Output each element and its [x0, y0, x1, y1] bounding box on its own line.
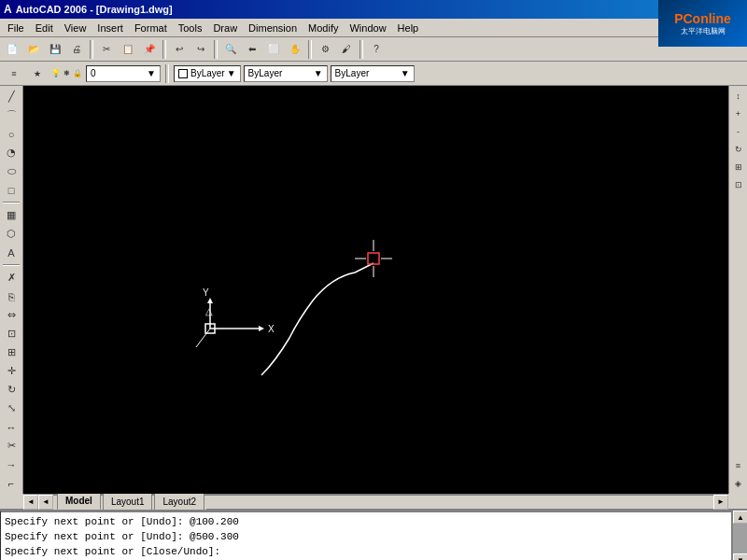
svg-text:X: X [268, 324, 275, 334]
layer-name: 0 [91, 68, 96, 78]
draw-circle-button[interactable]: ○ [1, 125, 21, 143]
lineweight-dropdown-icon[interactable]: ▼ [401, 68, 410, 78]
rotate-button[interactable]: ↻ [1, 381, 21, 399]
menu-help[interactable]: Help [392, 21, 425, 35]
toolbar-sep-5 [359, 40, 363, 59]
menu-bar: File Edit View Insert Format Tools Draw … [0, 19, 747, 37]
draw-line-button[interactable]: ╱ [1, 88, 21, 105]
drawing-svg[interactable]: Y X △ [23, 86, 728, 494]
menu-modify[interactable]: Modify [303, 21, 344, 35]
draw-polyline-button[interactable]: ⌒ [1, 106, 21, 124]
cmd-input-field[interactable] [220, 546, 727, 557]
scroll-left2-button[interactable]: ◄ [38, 495, 53, 510]
undo-button[interactable]: ↩ [169, 39, 190, 60]
erase-button[interactable]: ✗ [1, 269, 21, 287]
help-button[interactable]: ? [366, 39, 387, 60]
rt-grid-button[interactable]: ⊞ [730, 159, 747, 175]
rt-design-button[interactable]: ◈ [730, 475, 747, 492]
linetype-control[interactable]: ByLayer ▼ [244, 65, 328, 82]
command-area[interactable]: Specify next point or [Undo]: @100.200 S… [0, 511, 732, 560]
rt-zoom-in-button[interactable]: + [730, 105, 747, 122]
toolbar-sep-1 [90, 40, 93, 59]
command-row: Specify next point or [Undo]: @100.200 S… [0, 509, 747, 560]
menu-draw[interactable]: Draw [207, 21, 243, 35]
cmd-scroll-down-button[interactable]: ▼ [733, 553, 747, 560]
fillet-button[interactable]: ⌐ [1, 474, 21, 492]
toolbar-sep-4 [308, 40, 312, 59]
layer-lock-icon[interactable]: 🔒 [72, 68, 83, 78]
stretch-button[interactable]: ↔ [1, 418, 21, 436]
menu-file[interactable]: File [2, 21, 30, 35]
scroll-left-button[interactable]: ◄ [23, 495, 38, 510]
lt-sep-2 [3, 264, 20, 266]
draw-arc-button[interactable]: ◔ [1, 144, 21, 161]
array-button[interactable]: ⊞ [1, 343, 21, 361]
cmd-history-1: Specify next point or [Undo]: @100.200 [5, 514, 727, 529]
open-button[interactable]: 📂 [23, 39, 44, 60]
zoom-realtime[interactable]: 🔍 [220, 39, 241, 60]
rt-zoom-out-button[interactable]: - [730, 123, 747, 140]
tab-row: Model Layout1 Layout2 [53, 495, 713, 510]
layer-freeze-icon[interactable]: ❄ [63, 68, 71, 78]
color-control[interactable]: ByLayer ▼ [174, 65, 241, 82]
copy-button[interactable]: 📋 [118, 39, 138, 60]
zoom-window[interactable]: ⬜ [263, 39, 284, 60]
tab-layout1[interactable]: Layout1 [103, 493, 153, 510]
menu-format[interactable]: Format [129, 21, 173, 35]
menu-view[interactable]: View [59, 21, 92, 35]
layer-manager-button[interactable]: ≡ [4, 63, 24, 84]
layer-name-control[interactable]: 0 ▼ [86, 65, 161, 82]
layer-on-icon[interactable]: 💡 [50, 68, 62, 78]
tab-layout2[interactable]: Layout2 [154, 493, 204, 510]
scroll-right-button[interactable]: ► [713, 495, 728, 510]
print-button[interactable]: 🖨 [66, 39, 87, 60]
menu-insert[interactable]: Insert [92, 21, 129, 35]
lineweight-control[interactable]: ByLayer ▼ [331, 65, 415, 82]
layer-dropdown-icon[interactable]: ▼ [147, 68, 156, 78]
new-button[interactable]: 📄 [2, 39, 22, 60]
color-dropdown-icon[interactable]: ▼ [227, 68, 236, 78]
trim-button[interactable]: ✂ [1, 437, 21, 455]
scale-button[interactable]: ⤡ [1, 399, 21, 417]
menu-dimension[interactable]: Dimension [243, 21, 303, 35]
draw-rect-button[interactable]: □ [1, 181, 21, 199]
region-button[interactable]: ⬡ [1, 225, 21, 243]
logo-text: PConline [674, 11, 731, 26]
properties-button[interactable]: ⚙ [315, 39, 335, 60]
text-button[interactable]: A [1, 244, 21, 261]
standard-toolbar: 📄 📂 💾 🖨 ✂ 📋 📌 ↩ ↪ 🔍 ⬅ ⬜ ✋ ⚙ 🖌 ? [0, 37, 747, 62]
draw-ellipse-button[interactable]: ⬭ [1, 162, 21, 180]
extend-button[interactable]: → [1, 455, 21, 473]
tab-model[interactable]: Model [57, 493, 101, 510]
move-button[interactable]: ✛ [1, 362, 21, 380]
lineweight-label: ByLayer [335, 68, 370, 78]
canvas-area[interactable]: Y X △ [23, 86, 728, 494]
rt-pan-button[interactable]: ↕ [730, 88, 747, 105]
pan-button[interactable]: ✋ [285, 39, 305, 60]
hatch-button[interactable]: ▦ [1, 206, 21, 224]
mirror-button[interactable]: ⇔ [1, 306, 21, 324]
right-toolbar: ↕ + - ↻ ⊞ ⊡ ≡ ◈ [728, 86, 747, 494]
save-button[interactable]: 💾 [45, 39, 65, 60]
cmd-input-line[interactable]: Specify next point or [Close/Undo]: [5, 546, 727, 557]
cut-button[interactable]: ✂ [96, 39, 117, 60]
rt-snap-button[interactable]: ⊡ [730, 176, 747, 193]
redo-button[interactable]: ↪ [190, 39, 211, 60]
menu-window[interactable]: Window [344, 21, 391, 35]
match-prop[interactable]: 🖌 [336, 39, 357, 60]
rt-3drotate-button[interactable]: ↻ [730, 141, 747, 158]
menu-edit[interactable]: Edit [30, 21, 59, 35]
zoom-prev[interactable]: ⬅ [242, 39, 262, 60]
cmd-scroll-up-button[interactable]: ▲ [733, 511, 747, 524]
rt-properties2-button[interactable]: ≡ [730, 457, 747, 474]
copy-objects-button[interactable]: ⎘ [1, 287, 21, 305]
title-bar: A AutoCAD 2006 - [Drawing1.dwg] _ □ ✕ [0, 0, 747, 19]
linetype-dropdown-icon[interactable]: ▼ [314, 68, 323, 78]
paste-button[interactable]: 📌 [139, 39, 160, 60]
title-bar-left: A AutoCAD 2006 - [Drawing1.dwg] [4, 3, 173, 16]
menu-tools[interactable]: Tools [173, 21, 208, 35]
offset-button[interactable]: ⊡ [1, 325, 21, 343]
layer-state-button[interactable]: ★ [27, 63, 48, 84]
layer-icons: 💡 ❄ 🔒 [50, 68, 83, 78]
layer-toolbar: ≡ ★ 💡 ❄ 🔒 0 ▼ ByLayer ▼ ByLayer ▼ ByLaye… [0, 62, 747, 86]
